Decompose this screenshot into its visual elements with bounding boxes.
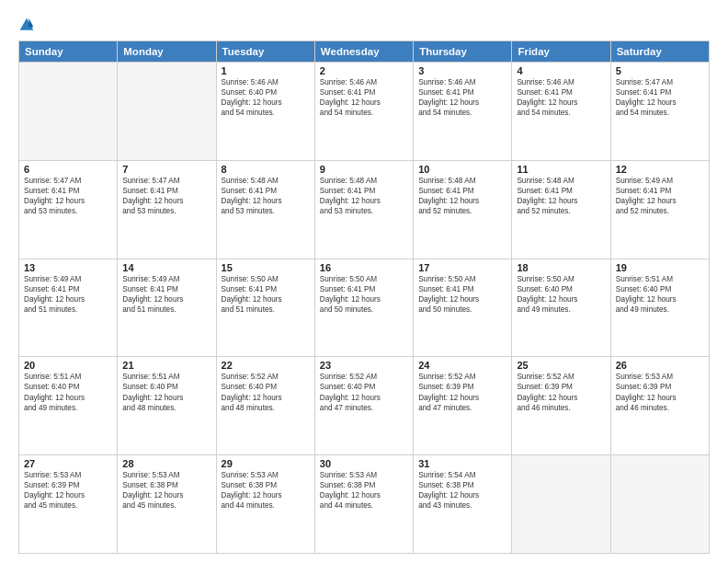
calendar-cell: 29Sunrise: 5:53 AM Sunset: 6:38 PM Dayli… [216,455,314,554]
day-info: Sunrise: 5:50 AM Sunset: 6:41 PM Dayligh… [320,274,408,315]
day-info: Sunrise: 5:48 AM Sunset: 6:41 PM Dayligh… [418,176,506,216]
day-number: 28 [122,458,210,469]
day-number: 27 [24,458,112,469]
calendar-cell [118,63,216,161]
day-info: Sunrise: 5:53 AM Sunset: 6:39 PM Dayligh… [24,470,112,511]
day-info: Sunrise: 5:48 AM Sunset: 6:41 PM Dayligh… [222,176,310,216]
day-number: 17 [418,262,506,273]
weekday-header: Sunday [19,41,118,63]
day-info: Sunrise: 5:49 AM Sunset: 6:41 PM Dayligh… [24,274,112,315]
calendar-cell: 30Sunrise: 5:53 AM Sunset: 6:38 PM Dayli… [314,455,413,554]
day-number: 9 [320,164,408,175]
logo [18,17,39,33]
calendar-cell: 26Sunrise: 5:53 AM Sunset: 6:39 PM Dayli… [610,357,709,455]
day-number: 14 [122,262,210,273]
day-number: 10 [418,164,506,175]
calendar-table: SundayMondayTuesdayWednesdayThursdayFrid… [18,40,710,554]
day-number: 11 [517,164,605,175]
calendar-cell [512,455,610,554]
day-info: Sunrise: 5:49 AM Sunset: 6:41 PM Dayligh… [122,274,210,315]
calendar-cell [610,455,709,554]
calendar-week-row: 1Sunrise: 5:46 AM Sunset: 6:40 PM Daylig… [19,63,710,161]
weekday-header: Saturday [610,41,709,63]
calendar-cell: 24Sunrise: 5:52 AM Sunset: 6:39 PM Dayli… [414,357,512,455]
day-info: Sunrise: 5:50 AM Sunset: 6:41 PM Dayligh… [222,274,310,315]
calendar-cell: 14Sunrise: 5:49 AM Sunset: 6:41 PM Dayli… [118,259,216,357]
calendar-cell: 9Sunrise: 5:48 AM Sunset: 6:41 PM Daylig… [314,160,413,259]
calendar-cell: 20Sunrise: 5:51 AM Sunset: 6:40 PM Dayli… [19,357,118,455]
calendar-cell: 5Sunrise: 5:47 AM Sunset: 6:41 PM Daylig… [610,63,709,161]
day-info: Sunrise: 5:46 AM Sunset: 6:41 PM Dayligh… [320,77,408,118]
day-number: 12 [616,164,704,175]
day-info: Sunrise: 5:51 AM Sunset: 6:40 PM Dayligh… [122,372,210,412]
weekday-header: Friday [512,41,610,63]
day-number: 15 [222,262,310,273]
day-info: Sunrise: 5:53 AM Sunset: 6:39 PM Dayligh… [616,372,704,412]
day-info: Sunrise: 5:50 AM Sunset: 6:41 PM Dayligh… [418,274,506,315]
day-number: 31 [418,458,506,469]
day-number: 19 [616,262,704,273]
day-number: 7 [122,164,210,175]
calendar-cell: 6Sunrise: 5:47 AM Sunset: 6:41 PM Daylig… [19,160,118,259]
calendar-cell: 23Sunrise: 5:52 AM Sunset: 6:40 PM Dayli… [314,357,413,455]
day-info: Sunrise: 5:49 AM Sunset: 6:41 PM Dayligh… [616,176,704,216]
day-number: 2 [320,65,408,76]
calendar-cell: 7Sunrise: 5:47 AM Sunset: 6:41 PM Daylig… [118,160,216,259]
calendar-cell: 25Sunrise: 5:52 AM Sunset: 6:39 PM Dayli… [512,357,610,455]
day-number: 1 [222,65,310,76]
calendar-cell: 2Sunrise: 5:46 AM Sunset: 6:41 PM Daylig… [314,63,413,161]
calendar-cell: 18Sunrise: 5:50 AM Sunset: 6:40 PM Dayli… [512,259,610,357]
calendar-cell: 31Sunrise: 5:54 AM Sunset: 6:38 PM Dayli… [414,455,512,554]
day-info: Sunrise: 5:47 AM Sunset: 6:41 PM Dayligh… [122,176,210,216]
day-number: 30 [320,458,408,469]
calendar-cell: 13Sunrise: 5:49 AM Sunset: 6:41 PM Dayli… [19,259,118,357]
day-info: Sunrise: 5:51 AM Sunset: 6:40 PM Dayligh… [616,274,704,315]
day-number: 5 [616,65,704,76]
calendar-week-row: 13Sunrise: 5:49 AM Sunset: 6:41 PM Dayli… [19,259,710,357]
day-info: Sunrise: 5:52 AM Sunset: 6:39 PM Dayligh… [517,372,605,412]
weekday-header: Monday [118,41,216,63]
day-number: 29 [222,458,310,469]
day-info: Sunrise: 5:47 AM Sunset: 6:41 PM Dayligh… [616,77,704,118]
day-info: Sunrise: 5:46 AM Sunset: 6:40 PM Dayligh… [222,77,310,118]
calendar-cell [19,63,118,161]
calendar-cell: 27Sunrise: 5:53 AM Sunset: 6:39 PM Dayli… [19,455,118,554]
calendar-cell: 28Sunrise: 5:53 AM Sunset: 6:38 PM Dayli… [118,455,216,554]
calendar-cell: 11Sunrise: 5:48 AM Sunset: 6:41 PM Dayli… [512,160,610,259]
weekday-header: Tuesday [216,41,314,63]
day-number: 23 [320,360,408,371]
day-info: Sunrise: 5:53 AM Sunset: 6:38 PM Dayligh… [222,470,310,511]
calendar-cell: 12Sunrise: 5:49 AM Sunset: 6:41 PM Dayli… [610,160,709,259]
day-info: Sunrise: 5:52 AM Sunset: 6:40 PM Dayligh… [222,372,310,412]
calendar-header-row: SundayMondayTuesdayWednesdayThursdayFrid… [19,41,710,63]
calendar-cell: 17Sunrise: 5:50 AM Sunset: 6:41 PM Dayli… [414,259,512,357]
logo-icon [18,17,35,33]
weekday-header: Thursday [414,41,512,63]
day-info: Sunrise: 5:48 AM Sunset: 6:41 PM Dayligh… [320,176,408,216]
day-info: Sunrise: 5:48 AM Sunset: 6:41 PM Dayligh… [517,176,605,216]
calendar-cell: 15Sunrise: 5:50 AM Sunset: 6:41 PM Dayli… [216,259,314,357]
weekday-header: Wednesday [314,41,413,63]
calendar-cell: 3Sunrise: 5:46 AM Sunset: 6:41 PM Daylig… [414,63,512,161]
day-number: 20 [24,360,112,371]
calendar-cell: 16Sunrise: 5:50 AM Sunset: 6:41 PM Dayli… [314,259,413,357]
day-info: Sunrise: 5:52 AM Sunset: 6:40 PM Dayligh… [320,372,408,412]
calendar-week-row: 20Sunrise: 5:51 AM Sunset: 6:40 PM Dayli… [19,357,710,455]
day-number: 16 [320,262,408,273]
calendar-week-row: 27Sunrise: 5:53 AM Sunset: 6:39 PM Dayli… [19,455,710,554]
day-info: Sunrise: 5:54 AM Sunset: 6:38 PM Dayligh… [418,470,506,511]
day-info: Sunrise: 5:53 AM Sunset: 6:38 PM Dayligh… [122,470,210,511]
day-number: 26 [616,360,704,371]
calendar-cell: 21Sunrise: 5:51 AM Sunset: 6:40 PM Dayli… [118,357,216,455]
svg-marker-1 [28,18,33,28]
day-info: Sunrise: 5:51 AM Sunset: 6:40 PM Dayligh… [24,372,112,412]
calendar-week-row: 6Sunrise: 5:47 AM Sunset: 6:41 PM Daylig… [19,160,710,259]
day-info: Sunrise: 5:52 AM Sunset: 6:39 PM Dayligh… [418,372,506,412]
day-number: 3 [418,65,506,76]
day-number: 18 [517,262,605,273]
day-number: 21 [122,360,210,371]
calendar-cell: 8Sunrise: 5:48 AM Sunset: 6:41 PM Daylig… [216,160,314,259]
calendar-cell: 4Sunrise: 5:46 AM Sunset: 6:41 PM Daylig… [512,63,610,161]
calendar-cell: 10Sunrise: 5:48 AM Sunset: 6:41 PM Dayli… [414,160,512,259]
calendar-cell: 22Sunrise: 5:52 AM Sunset: 6:40 PM Dayli… [216,357,314,455]
